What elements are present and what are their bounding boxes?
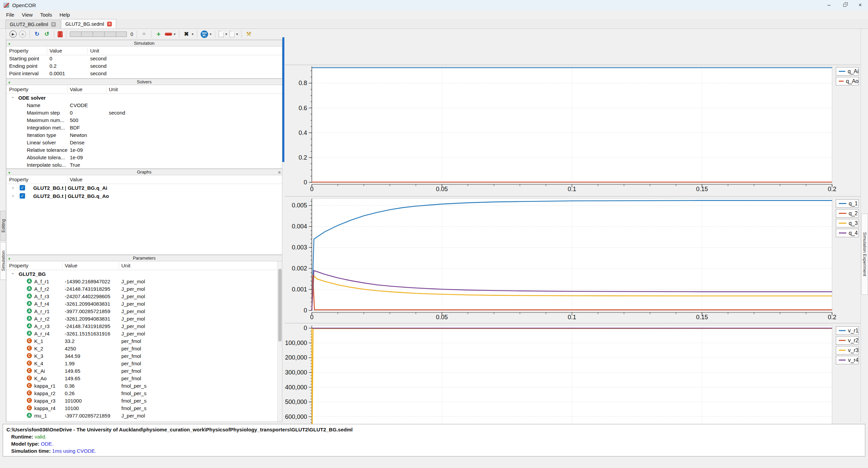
chart-canvas-2[interactable]: 00.0010.0020.0030.0040.00500.050.10.150.… bbox=[285, 197, 861, 323]
legend-q_2[interactable]: q_2 bbox=[836, 209, 859, 218]
mode-tab-simulation[interactable]: Simulation bbox=[0, 242, 6, 280]
synchronize-axes-dropdown[interactable]: ▾ bbox=[192, 32, 194, 36]
menu-help[interactable]: Help bbox=[56, 11, 73, 18]
table-row-group[interactable]: ›GLUT2_BG bbox=[6, 271, 282, 278]
parameter-row[interactable]: Ckappa_r3101000fmol_per_s bbox=[6, 398, 282, 405]
cellml-export-dropdown-2[interactable]: ▾ bbox=[236, 32, 238, 36]
section-header[interactable]: Graphs▼≡ bbox=[6, 169, 282, 175]
table-row[interactable]: Ending point0.2second bbox=[6, 63, 282, 70]
graph-row[interactable]: ›✓GLUT2_BG.t | GLUT2_BG.q_Ao bbox=[6, 193, 282, 201]
add-graph-panel-button[interactable]: + bbox=[155, 30, 162, 38]
parameter-row[interactable]: AA_r_r1-3977.00285721859J_per_mol bbox=[6, 308, 282, 316]
parameter-row[interactable]: CK_24250per_fmol bbox=[6, 345, 282, 353]
cellml-export-icon-2[interactable] bbox=[229, 31, 235, 37]
legend-v_r1[interactable]: v_r1 bbox=[836, 326, 859, 335]
column-divider[interactable] bbox=[119, 262, 119, 269]
parameter-row[interactable]: CK_Ao149.65per_fmol bbox=[6, 375, 282, 383]
legend-q_1[interactable]: q_1 bbox=[836, 199, 859, 208]
table-row[interactable]: Starting point0second bbox=[6, 55, 282, 63]
parameters-scrollbar[interactable] bbox=[277, 261, 282, 422]
chevron-right-icon[interactable]: › bbox=[12, 185, 14, 190]
table-row[interactable]: Interpolate solu...True bbox=[6, 162, 282, 169]
menu-tools[interactable]: Tools bbox=[37, 11, 55, 18]
clear-results-icon[interactable] bbox=[58, 31, 63, 37]
legend-v_r2[interactable]: v_r2 bbox=[836, 336, 859, 345]
graph-panel-1[interactable]: 00.20.40.60.800.050.10.150.2q_Aiq_Ao bbox=[285, 65, 861, 196]
parameter-row[interactable]: AA_r_r2-3261.20994083831J_per_mol bbox=[6, 316, 282, 323]
table-row[interactable]: Maximum num...500 bbox=[6, 117, 282, 124]
table-row[interactable]: Relative tolerance1e-09 bbox=[6, 147, 282, 154]
parameter-row[interactable]: AA_r_r4-3261.15151631916J_per_mol bbox=[6, 330, 282, 338]
graph-row[interactable]: ›✓GLUT2_BG.t | GLUT2_BG.q_Ai bbox=[6, 185, 282, 193]
parameter-row[interactable]: AA_f_r2-24148.7431918295J_per_mol bbox=[6, 286, 282, 293]
reset-parameters-icon[interactable]: ↻ bbox=[33, 30, 41, 38]
synchronize-axes-icon[interactable]: ✖ bbox=[183, 30, 190, 38]
legend-v_r4[interactable]: v_r4 bbox=[836, 356, 859, 364]
chevron-down-icon[interactable]: › bbox=[11, 97, 16, 98]
column-divider[interactable] bbox=[67, 176, 67, 183]
table-row[interactable]: Linear solverDense bbox=[6, 139, 282, 147]
parameter-row[interactable]: Amu_1-3977.00285721859J_per_mol bbox=[6, 412, 282, 420]
restore-button[interactable] bbox=[837, 0, 852, 10]
table-row[interactable]: Absolute tolera...1e-09 bbox=[6, 154, 282, 162]
legend-q_Ao[interactable]: q_Ao bbox=[836, 77, 859, 85]
section-menu-icon[interactable]: ≡ bbox=[278, 169, 281, 175]
section-header[interactable]: Parameters▼ bbox=[6, 255, 282, 261]
mode-tab-editing[interactable]: Editing bbox=[0, 211, 6, 241]
development-mode-icon[interactable]: ✶ bbox=[140, 30, 148, 38]
parameter-row[interactable]: AA_f_r1-14390.2168947022J_per_mol bbox=[6, 278, 282, 286]
table-row[interactable]: Point interval0.0001second bbox=[6, 70, 282, 78]
legend-v_r3[interactable]: v_r3 bbox=[836, 346, 859, 354]
parameter-row[interactable]: CK_133.2per_fmol bbox=[6, 338, 282, 345]
parameter-row[interactable]: Ckappa_r20.26fmol_per_s bbox=[6, 390, 282, 398]
remove-graph-panel-button[interactable] bbox=[165, 33, 172, 36]
close-button[interactable]: × bbox=[852, 0, 868, 10]
column-divider[interactable] bbox=[106, 86, 106, 93]
parameter-row[interactable]: AA_f_r4-3261.20994083831J_per_mol bbox=[6, 301, 282, 308]
run-simulation-button[interactable]: ▶ bbox=[9, 30, 17, 38]
parameter-row[interactable]: Ckappa_r410100fmol_per_s bbox=[6, 405, 282, 412]
cellml-export-dropdown[interactable]: ▾ bbox=[225, 32, 227, 36]
column-divider[interactable] bbox=[47, 47, 47, 54]
table-row[interactable]: Iteration typeNewton bbox=[6, 132, 282, 139]
chart-canvas-1[interactable]: 00.20.40.60.800.050.10.150.2 bbox=[285, 65, 861, 197]
chevron-down-icon[interactable]: › bbox=[11, 273, 16, 274]
table-row[interactable]: NameCVODE bbox=[6, 102, 282, 109]
menu-file[interactable]: File bbox=[3, 11, 18, 18]
active-graph-panel-marker[interactable] bbox=[282, 37, 284, 162]
parameter-row[interactable]: Ckappa_r10.36fmol_per_s bbox=[6, 383, 282, 390]
chevron-right-icon[interactable]: › bbox=[12, 193, 14, 198]
parameter-row[interactable]: AA_f_r3-24207.4402298605J_per_mol bbox=[6, 293, 282, 301]
preferences-icon[interactable]: ⚒ bbox=[245, 30, 253, 38]
view-tab-simulation-experiment[interactable]: Simulation Experiment bbox=[861, 213, 868, 295]
stop-simulation-button[interactable]: ■ bbox=[19, 30, 26, 38]
graph-checkbox[interactable]: ✓ bbox=[20, 193, 25, 199]
column-divider[interactable] bbox=[87, 47, 88, 54]
delay-slider[interactable] bbox=[70, 32, 127, 37]
file-tab-GLUT2_BG.cellml[interactable]: GLUT2_BG.cellml✕ bbox=[5, 20, 60, 28]
column-divider[interactable] bbox=[62, 262, 62, 269]
parameter-row[interactable]: CK_Ai149.65per_fmol bbox=[6, 368, 282, 375]
minimize-button[interactable]: – bbox=[821, 0, 837, 10]
sedml-export-dropdown[interactable]: ▾ bbox=[210, 32, 211, 36]
parameter-row[interactable]: CK_41.99per_fmol bbox=[6, 360, 282, 368]
tab-close-icon[interactable]: ✕ bbox=[107, 22, 112, 26]
cellml-export-icon[interactable] bbox=[219, 31, 224, 37]
parameter-row[interactable]: AA_r_r3-24148.7431918295J_per_mol bbox=[6, 323, 282, 330]
parameters-scrollbar-thumb[interactable] bbox=[278, 269, 282, 342]
column-divider[interactable] bbox=[67, 86, 67, 93]
menu-view[interactable]: View bbox=[18, 11, 36, 18]
legend-q_4[interactable]: q_4 bbox=[836, 229, 859, 237]
table-row-group[interactable]: ›ODE solver bbox=[6, 95, 282, 102]
legend-q_Ai[interactable]: q_Ai bbox=[836, 67, 859, 76]
tab-close-icon[interactable]: ✕ bbox=[51, 22, 56, 27]
parameter-row[interactable]: CK_3344.59per_fmol bbox=[6, 353, 282, 360]
remove-graph-panel-dropdown[interactable]: ▾ bbox=[174, 32, 176, 36]
section-header[interactable]: Solvers▼ bbox=[6, 79, 282, 85]
sedml-export-icon[interactable]: SEDML bbox=[201, 30, 208, 38]
table-row[interactable]: Integration met...BDF bbox=[6, 124, 282, 132]
reload-view-icon[interactable]: ↺ bbox=[43, 30, 51, 38]
file-tab-GLUT2_BG.sedml[interactable]: GLUT2_BG.sedml✕ bbox=[61, 19, 116, 28]
table-row[interactable]: Maximum step0second bbox=[6, 109, 282, 117]
legend-q_3[interactable]: q_3 bbox=[836, 219, 859, 227]
